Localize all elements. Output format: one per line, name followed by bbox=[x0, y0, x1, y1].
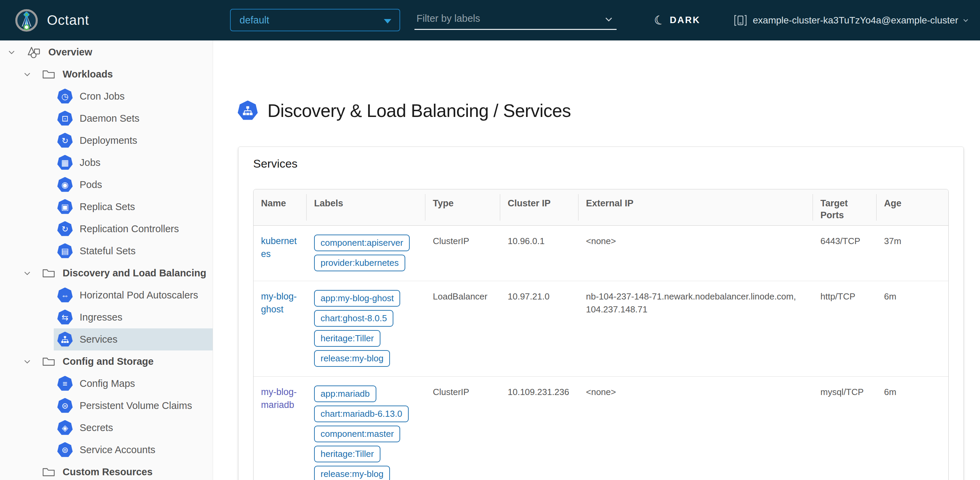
target-ports-cell: 6443/TCP bbox=[813, 226, 877, 281]
replica-sets-icon: ▣ bbox=[57, 199, 73, 215]
sidebar-item-label: Config and Storage bbox=[63, 356, 153, 367]
chevron-down-icon bbox=[962, 16, 970, 24]
sidebar-item-custom-resources[interactable]: Custom Resources bbox=[0, 461, 213, 480]
chevron-spacer bbox=[22, 467, 33, 478]
label-filter-input[interactable]: Filter by labels bbox=[414, 8, 617, 30]
namespace-select[interactable]: default bbox=[230, 9, 400, 31]
external-ip-cell: <none> bbox=[579, 377, 813, 480]
label-pill[interactable]: chart:mariadb-6.13.0 bbox=[314, 406, 409, 422]
label-pill[interactable]: app:my-blog-ghost bbox=[314, 290, 400, 307]
sidebar-item-workloads[interactable]: Workloads bbox=[0, 63, 213, 86]
ingresses-icon: ⇆ bbox=[57, 310, 73, 325]
moon-icon: ☾ bbox=[652, 12, 666, 29]
sidebar-item-label: Services bbox=[80, 334, 118, 345]
service-icon bbox=[237, 101, 258, 121]
label-pill[interactable]: provider:kubernetes bbox=[314, 255, 405, 271]
sidebar-item-discovery-and-load-balancing[interactable]: Discovery and Load Balancing bbox=[0, 262, 213, 284]
age-cell: 6m bbox=[877, 377, 948, 480]
service-name-link[interactable]: my-blog-ghost bbox=[261, 291, 297, 314]
age-cell: 6m bbox=[877, 281, 948, 376]
sidebar-item-replication-controllers[interactable]: ↻Replication Controllers bbox=[54, 218, 213, 240]
label-pill[interactable]: app:mariadb bbox=[314, 385, 376, 402]
sidebar-item-label: Discovery and Load Balancing bbox=[63, 268, 206, 279]
name-cell: my-blog-ghost bbox=[253, 281, 307, 376]
overview-icon bbox=[27, 45, 41, 60]
chevron-down-icon[interactable] bbox=[22, 356, 33, 367]
column-header-labels: Labels bbox=[307, 189, 425, 225]
chevron-down-icon[interactable] bbox=[22, 69, 33, 80]
app-name: Octant bbox=[47, 13, 89, 28]
labels-cell: app:my-blog-ghostchart:ghost-8.0.5herita… bbox=[307, 281, 425, 376]
label-filter-placeholder: Filter by labels bbox=[417, 13, 480, 24]
sidebar-item-cron-jobs[interactable]: ◷Cron Jobs bbox=[54, 86, 213, 108]
labels-cell: app:mariadbchart:mariadb-6.13.0component… bbox=[307, 377, 425, 480]
sidebar-item-pods[interactable]: ◉Pods bbox=[54, 174, 213, 196]
sidebar-item-deployments[interactable]: ↻Deployments bbox=[54, 130, 213, 152]
name-cell: my-blog-mariadb bbox=[253, 377, 307, 480]
sidebar-item-label: Replica Sets bbox=[80, 201, 135, 212]
deployments-icon: ↻ bbox=[57, 133, 73, 149]
sidebar-item-label: Horizontal Pod Autoscalers bbox=[80, 290, 198, 301]
folder-icon bbox=[41, 67, 56, 82]
cluster-ip-cell: 10.96.0.1 bbox=[500, 226, 579, 281]
folder-icon bbox=[41, 355, 56, 369]
persistent-volume-claims-icon: ⊜ bbox=[57, 398, 73, 414]
folder-icon bbox=[41, 266, 56, 280]
theme-toggle-button[interactable]: ☾ DARK bbox=[654, 0, 700, 40]
sidebar-item-label: Config Maps bbox=[80, 378, 135, 389]
namespace-value: default bbox=[240, 14, 269, 26]
page-title-row: Discovery & Load Balancing / Services bbox=[237, 100, 571, 121]
sidebar-item-persistent-volume-claims[interactable]: ⊜Persistent Volume Claims bbox=[54, 394, 213, 417]
chevron-down-icon[interactable] bbox=[603, 14, 614, 25]
sidebar-item-label: Ingresses bbox=[80, 312, 123, 323]
cluster-context-select[interactable]: example-cluster-ka3TuTzYo4a@example-clus… bbox=[733, 0, 970, 40]
table-row-my-blog-mariadb: my-blog-mariadbapp:mariadbchart:mariadb-… bbox=[253, 376, 948, 480]
sidebar-item-replica-sets[interactable]: ▣Replica Sets bbox=[54, 196, 213, 218]
theme-toggle-label: DARK bbox=[670, 15, 700, 25]
label-pill[interactable]: release:my-blog bbox=[314, 466, 390, 480]
service-name-link[interactable]: my-blog-mariadb bbox=[261, 387, 297, 410]
main-content: Discovery & Load Balancing / Services Se… bbox=[213, 40, 980, 480]
table-row-my-blog-ghost: my-blog-ghostapp:my-blog-ghostchart:ghos… bbox=[253, 281, 948, 376]
sidebar-item-config-maps[interactable]: ≡Config Maps bbox=[54, 372, 213, 394]
app-header: Octant default Filter by labels ☾ DARK e… bbox=[0, 0, 980, 40]
column-header-name: Name bbox=[253, 189, 307, 225]
table-row-kubernetes: kubernetescomponent:apiserverprovider:ku… bbox=[253, 226, 948, 281]
replication-controllers-icon: ↻ bbox=[57, 221, 73, 237]
sidebar-item-service-accounts[interactable]: ⊚Service Accounts bbox=[54, 439, 213, 461]
sidebar-item-services[interactable]: Services bbox=[54, 328, 213, 350]
services-table: NameLabelsTypeCluster IPExternal IPTarge… bbox=[253, 189, 949, 480]
sidebar-item-secrets[interactable]: ◈Secrets bbox=[54, 417, 213, 439]
pods-icon: ◉ bbox=[57, 177, 73, 193]
external-ip-cell: <none> bbox=[579, 226, 813, 281]
chevron-down-icon[interactable] bbox=[22, 268, 33, 279]
sidebar-item-label: Replication Controllers bbox=[80, 223, 179, 234]
chevron-down-icon[interactable] bbox=[6, 47, 17, 58]
label-pill[interactable]: heritage:Tiller bbox=[314, 330, 380, 347]
sidebar-item-stateful-sets[interactable]: ▤Stateful Sets bbox=[54, 240, 213, 262]
daemon-sets-icon: ⊡ bbox=[57, 111, 73, 127]
sidebar-item-horizontal-pod-autoscalers[interactable]: ⇔Horizontal Pod Autoscalers bbox=[54, 284, 213, 306]
stateful-sets-icon: ▤ bbox=[57, 243, 73, 259]
sidebar-item-label: Service Accounts bbox=[80, 444, 155, 456]
sidebar-item-label: Pods bbox=[80, 179, 102, 190]
sidebar-item-daemon-sets[interactable]: ⊡Daemon Sets bbox=[54, 108, 213, 130]
labels-cell: component:apiserverprovider:kubernetes bbox=[307, 226, 425, 281]
sidebar-item-ingresses[interactable]: ⇆Ingresses bbox=[54, 306, 213, 328]
sidebar-item-label: Stateful Sets bbox=[80, 246, 135, 257]
sidebar-item-config-and-storage[interactable]: Config and Storage bbox=[0, 350, 213, 372]
jobs-icon: ▦ bbox=[57, 155, 73, 171]
label-pill[interactable]: heritage:Tiller bbox=[314, 446, 380, 462]
table-header-row: NameLabelsTypeCluster IPExternal IPTarge… bbox=[253, 189, 948, 226]
label-pill[interactable]: component:apiserver bbox=[314, 234, 410, 251]
sidebar-item-jobs[interactable]: ▦Jobs bbox=[54, 152, 213, 174]
label-pill[interactable]: chart:ghost-8.0.5 bbox=[314, 310, 393, 327]
type-cell: ClusterIP bbox=[425, 377, 500, 480]
label-pill[interactable]: release:my-blog bbox=[314, 350, 390, 367]
services-icon bbox=[57, 332, 73, 347]
label-pill[interactable]: component:master bbox=[314, 426, 400, 442]
sidebar-item-overview[interactable]: Overview bbox=[0, 41, 213, 63]
sidebar-item-label: Daemon Sets bbox=[80, 113, 140, 124]
service-name-link[interactable]: kubernetes bbox=[261, 236, 297, 259]
config-maps-icon: ≡ bbox=[57, 376, 73, 391]
